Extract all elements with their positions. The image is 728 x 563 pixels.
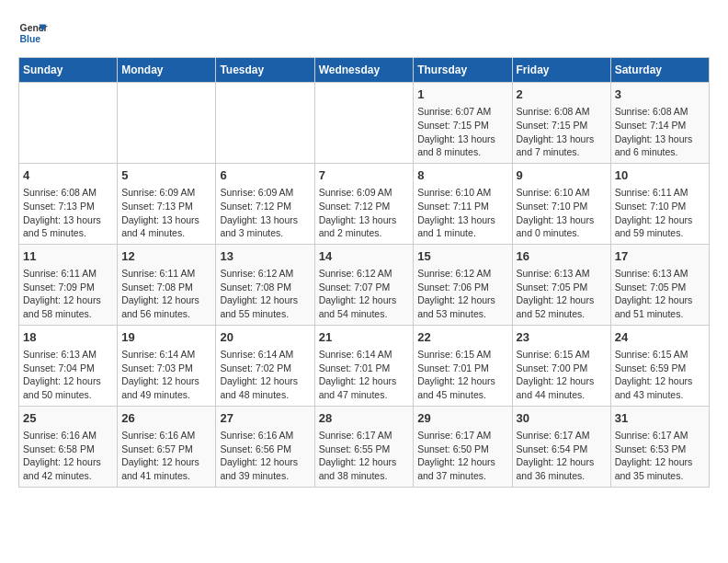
cell-content-line: Daylight: 13 hours: [319, 213, 410, 227]
calendar-cell: 11Sunrise: 6:11 AMSunset: 7:09 PMDayligh…: [19, 244, 118, 325]
calendar-cell: 20Sunrise: 6:14 AMSunset: 7:02 PMDayligh…: [216, 325, 314, 406]
cell-content-line: Sunrise: 6:15 AM: [615, 348, 705, 362]
calendar-cell: 1Sunrise: 6:07 AMSunset: 7:15 PMDaylight…: [414, 83, 512, 164]
cell-content-line: Daylight: 12 hours: [417, 293, 507, 307]
cell-content-line: and 4 minutes.: [121, 226, 211, 240]
calendar-cell: 3Sunrise: 6:08 AMSunset: 7:14 PMDaylight…: [610, 83, 709, 164]
cell-content-line: Daylight: 12 hours: [517, 455, 607, 469]
day-number: 10: [615, 167, 705, 184]
cell-content-line: Daylight: 12 hours: [121, 293, 211, 307]
cell-content-line: and 41 minutes.: [121, 469, 211, 483]
day-number: 12: [121, 248, 211, 265]
cell-content-line: Sunset: 7:09 PM: [23, 281, 113, 294]
cell-content-line: Daylight: 12 hours: [23, 374, 113, 388]
day-number: 30: [517, 410, 607, 427]
cell-content-line: Sunrise: 6:15 AM: [417, 348, 507, 362]
cell-content-line: Daylight: 12 hours: [220, 374, 310, 388]
cell-content-line: Sunset: 7:15 PM: [517, 119, 607, 132]
cell-content-line: and 45 minutes.: [417, 388, 507, 402]
day-number: 3: [615, 86, 705, 103]
cell-content-line: Sunrise: 6:17 AM: [517, 429, 607, 442]
calendar-cell: 9Sunrise: 6:10 AMSunset: 7:10 PMDaylight…: [512, 163, 610, 244]
cell-content-line: and 35 minutes.: [615, 469, 705, 483]
page-header: General Blue: [18, 18, 710, 48]
calendar-cell: 17Sunrise: 6:13 AMSunset: 7:05 PMDayligh…: [610, 244, 709, 325]
day-number: 1: [417, 86, 507, 103]
cell-content-line: Sunset: 7:10 PM: [615, 200, 705, 213]
cell-content-line: Sunset: 7:13 PM: [121, 200, 211, 213]
cell-content-line: and 39 minutes.: [220, 469, 310, 483]
cell-content-line: Sunset: 7:02 PM: [220, 362, 310, 375]
cell-content-line: Sunrise: 6:13 AM: [615, 267, 705, 281]
cell-content-line: Daylight: 12 hours: [23, 293, 113, 307]
calendar-cell: 29Sunrise: 6:17 AMSunset: 6:50 PMDayligh…: [414, 406, 512, 487]
day-number: 4: [23, 167, 113, 184]
cell-content-line: Sunrise: 6:14 AM: [220, 348, 310, 362]
cell-content-line: and 51 minutes.: [615, 307, 705, 321]
cell-content-line: Sunrise: 6:16 AM: [220, 429, 310, 442]
calendar-cell: 2Sunrise: 6:08 AMSunset: 7:15 PMDaylight…: [512, 83, 610, 164]
cell-content-line: Sunset: 6:58 PM: [23, 442, 113, 456]
cell-content-line: and 3 minutes.: [220, 226, 310, 240]
col-header-thursday: Thursday: [414, 58, 512, 83]
calendar-cell: [216, 83, 314, 164]
day-number: 31: [615, 410, 705, 427]
calendar-cell: 5Sunrise: 6:09 AMSunset: 7:13 PMDaylight…: [118, 163, 216, 244]
cell-content-line: Sunrise: 6:14 AM: [121, 348, 211, 362]
cell-content-line: Daylight: 12 hours: [23, 455, 113, 469]
day-number: 29: [417, 410, 507, 427]
cell-content-line: Daylight: 13 hours: [517, 132, 607, 146]
day-number: 13: [220, 248, 310, 265]
cell-content-line: Sunrise: 6:17 AM: [615, 429, 705, 442]
cell-content-line: Sunset: 7:01 PM: [319, 362, 410, 375]
cell-content-line: Sunrise: 6:16 AM: [23, 429, 113, 442]
cell-content-line: and 53 minutes.: [417, 307, 507, 321]
day-number: 11: [23, 248, 113, 265]
cell-content-line: Sunset: 6:56 PM: [220, 442, 310, 456]
day-number: 8: [417, 167, 507, 184]
cell-content-line: Sunset: 7:06 PM: [417, 281, 507, 294]
cell-content-line: Sunset: 7:05 PM: [615, 281, 705, 294]
cell-content-line: Sunset: 7:12 PM: [220, 200, 310, 213]
cell-content-line: Sunrise: 6:09 AM: [220, 186, 310, 200]
day-number: 14: [319, 248, 410, 265]
cell-content-line: Daylight: 13 hours: [417, 213, 507, 227]
col-header-monday: Monday: [118, 58, 216, 83]
cell-content-line: Sunrise: 6:15 AM: [517, 348, 607, 362]
cell-content-line: Daylight: 12 hours: [220, 293, 310, 307]
cell-content-line: and 48 minutes.: [220, 388, 310, 402]
col-header-wednesday: Wednesday: [314, 58, 414, 83]
calendar-table: SundayMondayTuesdayWednesdayThursdayFrid…: [18, 57, 710, 488]
cell-content-line: Sunrise: 6:16 AM: [121, 429, 211, 442]
day-number: 20: [220, 329, 310, 346]
calendar-cell: 7Sunrise: 6:09 AMSunset: 7:12 PMDaylight…: [314, 163, 414, 244]
cell-content-line: Sunset: 6:50 PM: [417, 442, 507, 456]
cell-content-line: Daylight: 12 hours: [220, 455, 310, 469]
cell-content-line: Sunrise: 6:08 AM: [517, 105, 607, 119]
day-number: 26: [121, 410, 211, 427]
cell-content-line: and 0 minutes.: [517, 226, 607, 240]
day-number: 19: [121, 329, 211, 346]
day-number: 25: [23, 410, 113, 427]
calendar-cell: 14Sunrise: 6:12 AMSunset: 7:07 PMDayligh…: [314, 244, 414, 325]
calendar-cell: 23Sunrise: 6:15 AMSunset: 7:00 PMDayligh…: [512, 325, 610, 406]
cell-content-line: Sunrise: 6:11 AM: [23, 267, 113, 281]
cell-content-line: and 59 minutes.: [615, 226, 705, 240]
cell-content-line: Sunrise: 6:11 AM: [615, 186, 705, 200]
cell-content-line: Sunset: 7:04 PM: [23, 362, 113, 375]
calendar-cell: [19, 83, 118, 164]
cell-content-line: and 49 minutes.: [121, 388, 211, 402]
cell-content-line: Sunrise: 6:09 AM: [319, 186, 410, 200]
cell-content-line: and 52 minutes.: [517, 307, 607, 321]
calendar-cell: 25Sunrise: 6:16 AMSunset: 6:58 PMDayligh…: [19, 406, 118, 487]
svg-text:Blue: Blue: [20, 34, 41, 44]
cell-content-line: Sunrise: 6:13 AM: [517, 267, 607, 281]
col-header-saturday: Saturday: [610, 58, 709, 83]
cell-content-line: Sunset: 6:57 PM: [121, 442, 211, 456]
calendar-cell: 12Sunrise: 6:11 AMSunset: 7:08 PMDayligh…: [118, 244, 216, 325]
calendar-cell: 4Sunrise: 6:08 AMSunset: 7:13 PMDaylight…: [19, 163, 118, 244]
calendar-cell: 28Sunrise: 6:17 AMSunset: 6:55 PMDayligh…: [314, 406, 414, 487]
cell-content-line: Sunset: 7:12 PM: [319, 200, 410, 213]
cell-content-line: Sunrise: 6:13 AM: [23, 348, 113, 362]
cell-content-line: and 47 minutes.: [319, 388, 410, 402]
